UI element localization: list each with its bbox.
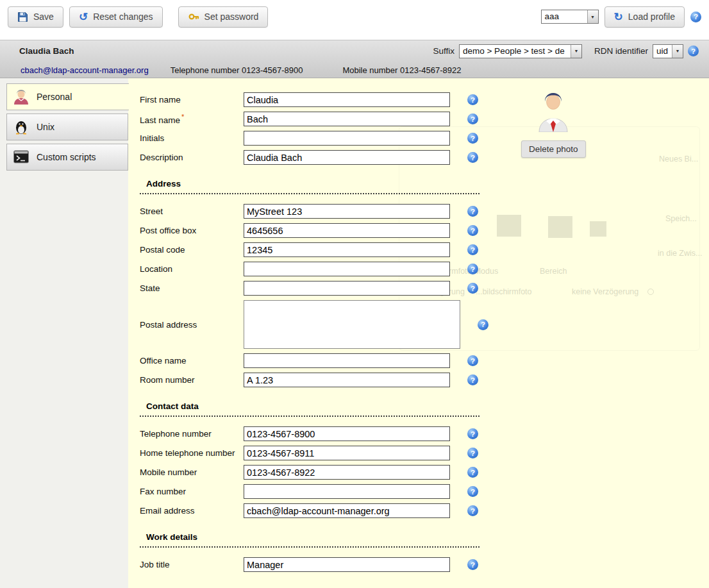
help-icon[interactable]: ? bbox=[467, 152, 478, 163]
dropdown-arrow-icon: ▼ bbox=[571, 45, 581, 58]
field-label: Email address bbox=[140, 506, 244, 516]
help-icon[interactable]: ? bbox=[467, 133, 478, 144]
field-label-text: Telephone number bbox=[140, 429, 212, 439]
key-icon bbox=[188, 11, 199, 22]
street-input[interactable] bbox=[244, 204, 450, 219]
help-icon[interactable]: ? bbox=[467, 244, 478, 255]
dropdown-arrow-icon: ▼ bbox=[587, 10, 598, 23]
toolbar: Save ↺ Reset changes Set password aaa ▼ … bbox=[0, 0, 709, 33]
field-label-text: Last name bbox=[140, 115, 180, 125]
field-label-text: Postal address bbox=[140, 320, 197, 330]
help-icon[interactable]: ? bbox=[467, 505, 478, 516]
help-icon[interactable]: ? bbox=[467, 206, 478, 217]
help-icon[interactable]: ? bbox=[688, 46, 699, 56]
telephone-number-input[interactable] bbox=[244, 426, 450, 441]
help-icon[interactable]: ? bbox=[467, 283, 478, 294]
tab-label: Unix bbox=[37, 122, 54, 132]
last-name-input[interactable] bbox=[244, 112, 450, 126]
field-label-text: Job title bbox=[140, 560, 170, 569]
field-label: Post office box bbox=[140, 226, 244, 235]
load-profile-button[interactable]: ↻ Load profile bbox=[605, 6, 685, 28]
form-sections: AddressStreet?Post office box?Postal cod… bbox=[140, 179, 709, 572]
initials-input[interactable] bbox=[244, 131, 450, 146]
delete-photo-button[interactable]: Delete photo bbox=[521, 140, 586, 158]
form-row-telephone-number: Telephone number? bbox=[140, 426, 709, 441]
field-label-text: Location bbox=[140, 264, 172, 274]
suffix-select[interactable]: demo > People > test > de ▼ bbox=[459, 44, 582, 58]
header-row-2: cbach@ldap-account-manager.org Telephone… bbox=[0, 62, 709, 78]
field-label-text: First name bbox=[140, 95, 181, 105]
field-label: Telephone number bbox=[140, 429, 244, 439]
form-row-email-address: Email address? bbox=[140, 503, 709, 518]
suffix-label: Suffix bbox=[433, 46, 455, 56]
help-icon[interactable]: ? bbox=[467, 113, 478, 124]
room-number-input[interactable] bbox=[244, 373, 450, 387]
state-input[interactable] bbox=[244, 281, 450, 296]
form-row-state: State? bbox=[140, 281, 709, 296]
header-telephone: Telephone number 0123-4567-8900 bbox=[171, 65, 303, 75]
postal-code-input[interactable] bbox=[244, 242, 450, 257]
section-header-work-details: Work details bbox=[140, 532, 480, 548]
home-telephone-number-input[interactable] bbox=[244, 446, 450, 460]
form-row-street: Street? bbox=[140, 204, 709, 219]
field-label: Postal code bbox=[140, 245, 244, 255]
help-icon[interactable]: ? bbox=[467, 225, 478, 236]
form-row-first-name: First name? bbox=[140, 92, 709, 107]
help-icon[interactable]: ? bbox=[690, 12, 701, 22]
form-row-fax-number: Fax number? bbox=[140, 484, 709, 499]
rdn-label: RDN identifier bbox=[594, 46, 648, 56]
mobile-number-input[interactable] bbox=[244, 465, 450, 480]
person-icon bbox=[13, 88, 29, 105]
job-title-input[interactable] bbox=[244, 557, 450, 572]
set-password-button[interactable]: Set password bbox=[178, 6, 269, 28]
tab-custom-scripts[interactable]: Custom scripts bbox=[6, 144, 128, 171]
help-icon[interactable]: ? bbox=[467, 355, 478, 366]
field-label-text: Initials bbox=[140, 133, 164, 143]
help-icon[interactable]: ? bbox=[467, 374, 478, 385]
field-label: Initials bbox=[140, 133, 244, 143]
account-header: Claudia Bach Suffix demo > People > test… bbox=[0, 40, 709, 78]
header-mobile: Mobile number 0123-4567-8922 bbox=[342, 65, 461, 75]
field-label: Location bbox=[140, 264, 244, 274]
account-email-link[interactable]: cbach@ldap-account-manager.org bbox=[21, 65, 149, 75]
postal-address-input[interactable] bbox=[244, 300, 460, 349]
form-row-last-name: Last name*? bbox=[140, 112, 709, 126]
help-icon[interactable]: ? bbox=[467, 559, 478, 570]
tab-personal[interactable]: Personal bbox=[6, 83, 129, 110]
help-icon[interactable]: ? bbox=[467, 467, 478, 478]
form-row-postal-code: Postal code? bbox=[140, 242, 709, 257]
basic-fields: First name?Last name*?Initials?Descripti… bbox=[140, 92, 709, 165]
form-row-description: Description? bbox=[140, 150, 709, 165]
reset-button-label: Reset changes bbox=[93, 12, 153, 22]
help-icon[interactable]: ? bbox=[467, 94, 478, 105]
help-icon[interactable]: ? bbox=[467, 264, 478, 274]
reset-icon: ↺ bbox=[79, 12, 88, 22]
suffix-select-value: demo > People > test > de bbox=[460, 45, 571, 58]
field-label: Street bbox=[140, 206, 244, 216]
tab-unix[interactable]: Unix bbox=[6, 113, 128, 140]
required-marker: * bbox=[181, 113, 184, 121]
fax-number-input[interactable] bbox=[244, 484, 450, 499]
office-name-input[interactable] bbox=[244, 353, 450, 368]
description-input[interactable] bbox=[244, 150, 450, 165]
email-address-input[interactable] bbox=[244, 503, 450, 518]
location-input[interactable] bbox=[244, 262, 450, 276]
first-name-input[interactable] bbox=[244, 92, 450, 107]
post-office-box-input[interactable] bbox=[244, 223, 450, 238]
main-panel: Neues Bi... Speich... in die Zwis... ...… bbox=[0, 78, 709, 588]
save-button[interactable]: Save bbox=[8, 6, 63, 28]
form-row-postal-address: Postal address? bbox=[140, 300, 709, 349]
reset-changes-button[interactable]: ↺ Reset changes bbox=[69, 6, 163, 28]
rdn-select[interactable]: uid ▼ bbox=[653, 44, 683, 58]
help-icon[interactable]: ? bbox=[467, 428, 478, 439]
form-row-job-title: Job title? bbox=[140, 557, 709, 572]
tab-sidebar: Personal Unix bbox=[0, 78, 128, 588]
help-icon[interactable]: ? bbox=[478, 319, 488, 330]
profile-select[interactable]: aaa ▼ bbox=[541, 10, 599, 24]
help-icon[interactable]: ? bbox=[467, 448, 478, 458]
field-label-text: Email address bbox=[140, 506, 195, 516]
help-icon[interactable]: ? bbox=[467, 486, 478, 497]
terminal-icon bbox=[13, 149, 29, 165]
header-row-1: Claudia Bach Suffix demo > People > test… bbox=[0, 40, 709, 62]
tab-label: Custom scripts bbox=[37, 152, 96, 162]
